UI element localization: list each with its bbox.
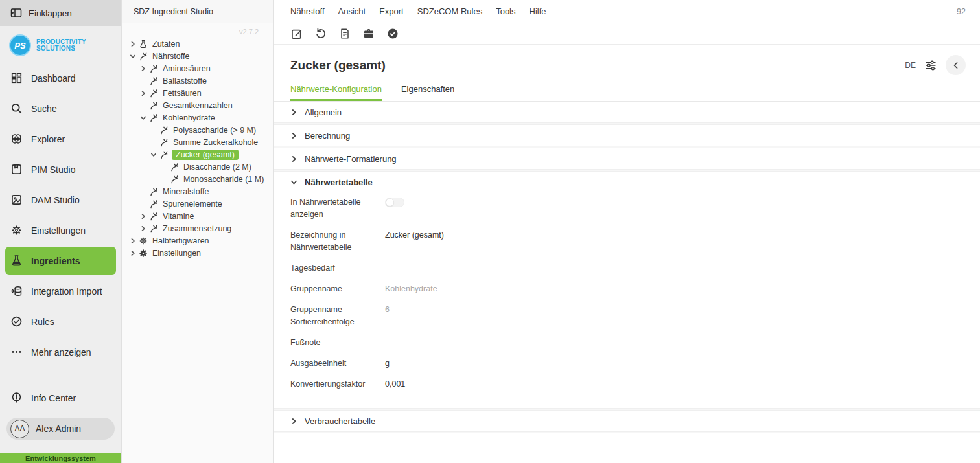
version-label: v2.7.2 xyxy=(122,23,273,38)
edit-button[interactable] xyxy=(290,27,303,40)
chevron-right-icon[interactable] xyxy=(140,90,149,96)
field-konvertierungsfaktor: Konvertierungsfaktor0,001 xyxy=(290,378,963,390)
sidebar-item-label: DAM Studio xyxy=(31,195,80,205)
gear-outline-icon xyxy=(139,236,148,245)
chevron-down-icon[interactable] xyxy=(140,115,149,121)
sidebar-item-dashboard[interactable]: Dashboard xyxy=(0,63,121,93)
tree-panel-title: SDZ Ingredient Studio xyxy=(122,0,273,23)
restore-button[interactable] xyxy=(314,27,327,40)
collapse-sidebar-button[interactable]: Einklappen xyxy=(0,0,121,26)
tab-eigenschaften[interactable]: Eigenschaften xyxy=(401,84,454,101)
tree-item-ballaststoffe[interactable]: Ballaststoffe xyxy=(122,74,273,87)
title-row: Zucker (gesamt) DE xyxy=(274,45,980,75)
tree-item-label: Halbfertigwaren xyxy=(151,236,211,245)
rules-icon xyxy=(10,315,23,328)
collapse-detail-button[interactable] xyxy=(946,55,966,75)
tree-item-zutaten[interactable]: Zutaten xyxy=(122,38,273,50)
sidebar-item-einstellungen[interactable]: Einstellungen xyxy=(0,215,121,245)
field-label: Fußnote xyxy=(290,337,371,349)
tab-naehrwerte-konfiguration[interactable]: Nährwerte-Konfiguration xyxy=(290,84,382,101)
tree-item-vitamine[interactable]: Vitamine xyxy=(122,210,273,222)
language-indicator[interactable]: DE xyxy=(905,61,916,70)
chevron-down-icon[interactable] xyxy=(150,152,159,158)
menu-ansicht[interactable]: Ansicht xyxy=(338,6,366,16)
user-menu[interactable]: AA Alex Admin xyxy=(6,418,115,440)
section-header-naehrwertetabelle[interactable]: Nährwertetabelle xyxy=(274,172,980,192)
tree-item-halbfertigwaren[interactable]: Halbfertigwaren xyxy=(122,234,273,247)
sliders-icon xyxy=(924,59,937,72)
display-settings-button[interactable] xyxy=(924,59,937,72)
sidebar-item-info-center[interactable]: Info Center xyxy=(0,383,121,413)
document-button[interactable] xyxy=(338,27,351,40)
app-logo[interactable]: PS PRODUCTIVITY SOLUTIONS xyxy=(0,26,121,63)
section-header-naehrwerte-formatierung[interactable]: Nährwerte-Formatierung xyxy=(274,148,980,169)
tree-item-label: Aminosäuren xyxy=(161,64,212,73)
tree-panel: SDZ Ingredient Studio v2.7.2 ZutatenNähr… xyxy=(122,0,274,463)
count-badge: 92 xyxy=(957,7,966,16)
menubar: NährstoffAnsichtExportSDZeCOM RulesTools… xyxy=(274,0,980,23)
tree-item-fettsaeuren[interactable]: Fettsäuren xyxy=(122,87,273,99)
sidebar-item-pim-studio[interactable]: PIM Studio xyxy=(0,154,121,185)
tree-item-naehrstoffe[interactable]: Nährstoffe xyxy=(122,50,273,62)
check-circle-button[interactable] xyxy=(386,27,399,40)
field-value-gruppenname[interactable]: Kohlenhydrate xyxy=(385,283,438,295)
chevron-right-icon[interactable] xyxy=(130,250,139,256)
section-label: Verbrauchertabelle xyxy=(305,416,375,426)
branch-icon xyxy=(159,150,169,159)
chevron-right-icon[interactable] xyxy=(130,238,139,244)
chevron-down-icon[interactable] xyxy=(130,53,139,60)
menu-sdzecom-rules[interactable]: SDZeCOM Rules xyxy=(417,6,482,16)
section-label: Nährwertetabelle xyxy=(305,177,373,187)
chevron-spacer xyxy=(150,127,159,133)
tree-item-label: Summe Zuckeralkohole xyxy=(172,138,259,147)
chevron-spacer xyxy=(140,188,149,195)
sidebar-item-label: Rules xyxy=(31,317,54,327)
section-header-verbrauchertabelle[interactable]: Verbrauchertabelle xyxy=(274,411,980,431)
field-value-fussnote[interactable] xyxy=(385,337,424,349)
chevron-right-icon[interactable] xyxy=(140,65,149,72)
sidebar-item-ingredients[interactable]: Ingredients xyxy=(5,247,116,275)
field-value-ausgabeeinheit[interactable]: g xyxy=(385,357,424,370)
sidebar-item-integration-import[interactable]: Integration Import xyxy=(0,276,121,306)
chevron-right-icon[interactable] xyxy=(140,225,149,232)
tree-item-label: Ballaststoffe xyxy=(161,76,208,85)
tree-item-aminosaeuren[interactable]: Aminosäuren xyxy=(122,62,273,74)
field-value-gruppenname-sortierreihenfolge[interactable]: 6 xyxy=(385,304,424,316)
flask-icon xyxy=(10,254,23,267)
section-header-berechnung[interactable]: Berechnung xyxy=(274,125,980,146)
sidebar-item-label: Integration Import xyxy=(31,286,102,297)
menu-naehrstoff[interactable]: Nährstoff xyxy=(290,6,325,16)
chevron-right-icon[interactable] xyxy=(140,213,149,220)
tree-item-spurenelemente[interactable]: Spurenelemente xyxy=(122,198,273,210)
field-value-tagesbedarf[interactable] xyxy=(385,262,424,275)
tree-item-summe-zuckeralkohole[interactable]: Summe Zuckeralkohole xyxy=(122,136,273,148)
tree-item-gesamtkennzahlen[interactable]: Gesamtkennzahlen xyxy=(122,99,273,111)
menu-hilfe[interactable]: Hilfe xyxy=(530,6,546,16)
sidebar-item-suche[interactable]: Suche xyxy=(0,93,121,124)
sidebar-item-explorer[interactable]: Explorer xyxy=(0,124,121,154)
tree-item-polysaccharide-9-m[interactable]: Polysaccharide (> 9 M) xyxy=(122,124,273,136)
chevron-down-icon xyxy=(290,179,298,186)
tree-item-einstellungen[interactable]: Einstellungen xyxy=(122,247,273,259)
tree-item-label: Einstellungen xyxy=(151,249,202,258)
sidebar-item-dam-studio[interactable]: DAM Studio xyxy=(0,185,121,215)
tree-item-monosaccharide-1-m[interactable]: Monosaccharide (1 M) xyxy=(122,173,273,185)
chevron-right-icon[interactable] xyxy=(130,41,139,47)
menu-tools[interactable]: Tools xyxy=(496,6,515,16)
field-value-konvertierungsfaktor[interactable]: 0,001 xyxy=(385,378,424,390)
briefcase-button[interactable] xyxy=(362,27,375,40)
field-value-bezeichnung-in-naehrwertetabelle[interactable]: Zucker (gesamt) xyxy=(385,229,444,242)
tree-item-disaccharide-2-m[interactable]: Disaccharide (2 M) xyxy=(122,161,273,173)
toggle-in-naehrwertetabelle-anzeigen[interactable] xyxy=(385,198,404,207)
sidebar-item-mehr-anzeigen[interactable]: Mehr anzeigen xyxy=(0,337,121,367)
tree-item-kohlenhydrate[interactable]: Kohlenhydrate xyxy=(122,111,273,124)
tree-item-zucker-gesamt[interactable]: Zucker (gesamt) xyxy=(122,148,273,161)
tree-item-mineralstoffe[interactable]: Mineralstoffe xyxy=(122,185,273,198)
tree-item-zusammensetzung[interactable]: Zusammensetzung xyxy=(122,222,273,234)
field-label: Ausgabeeinheit xyxy=(290,357,371,370)
sidebar-item-rules[interactable]: Rules xyxy=(0,306,121,337)
section-header-allgemein[interactable]: Allgemein xyxy=(274,102,980,122)
menu-export[interactable]: Export xyxy=(379,6,404,16)
chevron-right-icon xyxy=(290,418,298,425)
branch-icon xyxy=(149,89,158,98)
